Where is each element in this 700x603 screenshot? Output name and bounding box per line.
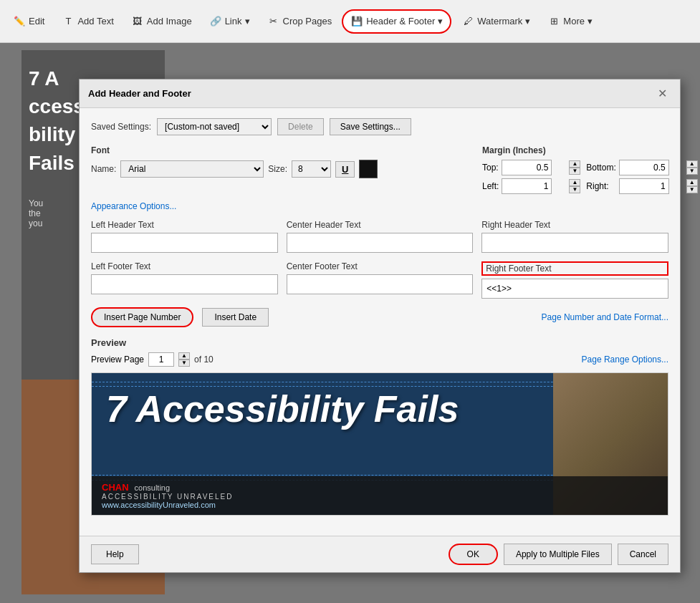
left-footer-input[interactable] bbox=[91, 274, 278, 294]
top-margin-spinner[interactable]: ▲ ▼ bbox=[569, 160, 583, 175]
top-margin-input[interactable] bbox=[502, 160, 552, 175]
left-footer-label: Left Footer Text bbox=[91, 261, 278, 271]
preview-image: 7 Accessibility Fails CHAN consulting AC… bbox=[91, 372, 668, 516]
save-settings-button[interactable]: Save Settings... bbox=[330, 118, 411, 135]
apply-to-multiple-button[interactable]: Apply to Multiple Files bbox=[504, 544, 612, 565]
font-name-label: Name: bbox=[91, 164, 116, 174]
header-footer-icon: 💾 bbox=[350, 15, 363, 28]
preview-bottom-bar: CHAN consulting ACCESSIBILITY UNRAVELED … bbox=[92, 476, 668, 515]
header-fields-row: Left Header Text Center Header Text Righ… bbox=[91, 220, 668, 253]
left-margin-spinner[interactable]: ▲ ▼ bbox=[569, 179, 583, 193]
footer-fields-row: Left Footer Text Center Footer Text Righ… bbox=[91, 261, 668, 299]
link-button[interactable]: 🔗 Link ▾ bbox=[202, 11, 257, 32]
bottom-margin-up[interactable]: ▲ bbox=[686, 160, 698, 168]
appearance-options-link[interactable]: Appearance Options... bbox=[91, 201, 176, 211]
delete-button[interactable]: Delete bbox=[277, 118, 324, 135]
center-header-group: Center Header Text bbox=[287, 220, 474, 253]
left-margin-up[interactable]: ▲ bbox=[569, 179, 580, 186]
center-footer-input[interactable] bbox=[287, 274, 474, 294]
dialog-titlebar: Add Header and Footer ✕ bbox=[80, 79, 680, 108]
center-footer-label: Center Footer Text bbox=[287, 261, 474, 271]
dialog-title: Add Header and Footer bbox=[88, 88, 191, 99]
bottom-margin-label: Bottom: bbox=[586, 163, 615, 173]
preview-page-up[interactable]: ▲ bbox=[178, 352, 190, 360]
watermark-button[interactable]: 🖊 Watermark ▾ bbox=[454, 11, 537, 32]
right-margin-down[interactable]: ▼ bbox=[686, 186, 698, 193]
font-size-select[interactable]: 8 bbox=[292, 160, 331, 178]
bottom-margin-spinner[interactable]: ▲ ▼ bbox=[686, 160, 700, 175]
preview-title: 7 Accessibility Fails bbox=[106, 387, 459, 430]
cancel-button[interactable]: Cancel bbox=[618, 544, 668, 565]
preview-consulting: consulting bbox=[135, 483, 171, 492]
toolbar: ✏️ Edit T Add Text 🖼 Add Image 🔗 Link ▾ … bbox=[0, 0, 700, 43]
font-name-select[interactable]: Arial bbox=[120, 160, 264, 178]
preview-section: Preview Preview Page ▲ ▼ of 10 Page Rang… bbox=[91, 337, 668, 516]
saved-settings-row: Saved Settings: [Custom-not saved] Delet… bbox=[91, 118, 668, 135]
preview-page-input[interactable] bbox=[148, 352, 174, 367]
more-chevron: ▾ bbox=[588, 16, 593, 26]
header-footer-button[interactable]: 💾 Header & Footer ▾ bbox=[342, 9, 451, 34]
preview-page-label: Preview Page bbox=[91, 354, 144, 365]
dialog-close-button[interactable]: ✕ bbox=[653, 85, 671, 102]
left-header-label: Left Header Text bbox=[91, 220, 278, 230]
link-chevron: ▾ bbox=[245, 16, 250, 26]
preview-company: CHAN bbox=[102, 482, 129, 493]
preview-of-label: of 10 bbox=[194, 354, 214, 365]
crop-pages-button[interactable]: ✂ Crop Pages bbox=[260, 11, 340, 32]
saved-settings-label: Saved Settings: bbox=[91, 122, 151, 132]
top-margin-label: Top: bbox=[482, 163, 499, 173]
bottom-margin-down[interactable]: ▼ bbox=[686, 168, 698, 175]
right-header-input[interactable] bbox=[481, 233, 668, 253]
font-section-label: Font bbox=[91, 145, 468, 155]
center-header-input[interactable] bbox=[287, 233, 474, 253]
help-button[interactable]: Help bbox=[91, 544, 139, 564]
right-margin-up[interactable]: ▲ bbox=[686, 179, 698, 186]
top-margin-up[interactable]: ▲ bbox=[569, 160, 580, 168]
image-icon: 🖼 bbox=[131, 15, 144, 28]
bottom-margin-input[interactable] bbox=[619, 160, 669, 175]
right-header-label: Right Header Text bbox=[481, 220, 668, 230]
header-footer-chevron: ▾ bbox=[438, 16, 443, 26]
dialog-footer: Help OK Apply to Multiple Files Cancel bbox=[80, 536, 680, 572]
color-button[interactable] bbox=[359, 160, 378, 178]
add-header-footer-dialog: Add Header and Footer ✕ Saved Settings: … bbox=[79, 79, 681, 573]
preview-page-down[interactable]: ▼ bbox=[178, 360, 190, 367]
insert-page-number-button[interactable]: Insert Page Number bbox=[91, 307, 193, 327]
saved-settings-select[interactable]: [Custom-not saved] bbox=[157, 118, 272, 135]
preview-page-spinner[interactable]: ▲ ▼ bbox=[178, 352, 190, 367]
right-footer-input[interactable] bbox=[481, 279, 668, 299]
watermark-icon: 🖊 bbox=[461, 15, 474, 28]
font-section: Font Name: Arial Size: 8 U bbox=[91, 145, 468, 194]
margin-section: Margin (Inches) Top: ▲ ▼ Bottom: ▲ ▼ bbox=[482, 145, 668, 194]
underline-button[interactable]: U bbox=[335, 161, 355, 178]
add-text-button[interactable]: T Add Text bbox=[54, 11, 120, 32]
add-image-button[interactable]: 🖼 Add Image bbox=[124, 11, 199, 32]
font-size-label: Size: bbox=[268, 164, 287, 174]
right-margin-spinner[interactable]: ▲ ▼ bbox=[686, 179, 700, 193]
insert-btn-row: Insert Page Number Insert Date Page Numb… bbox=[91, 307, 668, 327]
text-icon: T bbox=[62, 15, 75, 28]
ok-button[interactable]: OK bbox=[449, 544, 498, 565]
insert-btns-left: Insert Page Number Insert Date bbox=[91, 307, 269, 327]
more-icon: ⊞ bbox=[547, 15, 560, 28]
page-range-options-link[interactable]: Page Range Options... bbox=[582, 354, 668, 365]
preview-page-row: Preview Page ▲ ▼ of 10 Page Range Option… bbox=[91, 352, 668, 367]
footer-right-buttons: OK Apply to Multiple Files Cancel bbox=[449, 544, 668, 565]
page-number-format-link[interactable]: Page Number and Date Format... bbox=[542, 312, 668, 322]
left-footer-group: Left Footer Text bbox=[91, 261, 278, 299]
edit-icon: ✏️ bbox=[13, 15, 26, 28]
margin-grid: Top: ▲ ▼ Bottom: ▲ ▼ Left: bbox=[482, 160, 668, 194]
edit-button[interactable]: ✏️ Edit bbox=[6, 11, 52, 32]
top-margin-down[interactable]: ▼ bbox=[569, 168, 580, 175]
insert-date-button[interactable]: Insert Date bbox=[202, 308, 269, 327]
left-margin-input[interactable] bbox=[502, 178, 552, 194]
left-header-group: Left Header Text bbox=[91, 220, 278, 253]
left-margin-label: Left: bbox=[482, 181, 499, 191]
link-icon: 🔗 bbox=[209, 15, 222, 28]
right-footer-group: Right Footer Text bbox=[481, 261, 668, 299]
left-margin-down[interactable]: ▼ bbox=[569, 186, 580, 193]
right-margin-input[interactable] bbox=[619, 178, 669, 194]
more-button[interactable]: ⊞ More ▾ bbox=[540, 11, 600, 32]
left-header-input[interactable] bbox=[91, 233, 278, 253]
dialog-overlay: Add Header and Footer ✕ Saved Settings: … bbox=[0, 43, 700, 603]
